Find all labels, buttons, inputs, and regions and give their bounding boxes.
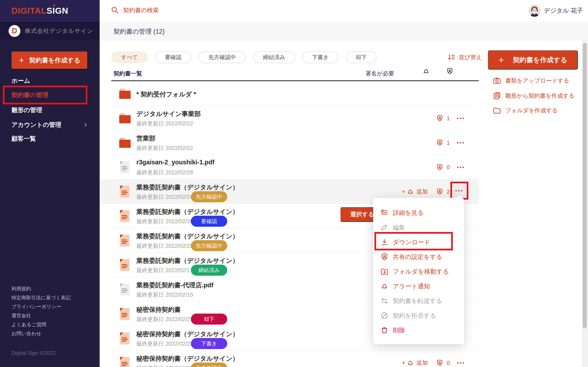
search-icon [111, 6, 120, 15]
context-menu-item-8[interactable]: 削除 [373, 323, 464, 338]
row-title: r3gaisan-2_youshiki-1.pdf [136, 159, 214, 166]
row-menu-button[interactable]: ••• [454, 351, 468, 367]
folder-icon [119, 89, 131, 99]
context-menu-item-7: 契約を拒否する [373, 308, 464, 323]
user-menu[interactable]: デジタル 花子 [528, 4, 583, 17]
filter-pill-0[interactable]: すべて [111, 51, 148, 63]
user-name: デジタル 花子 [544, 7, 583, 15]
bell-plus-icon [406, 188, 415, 196]
row-title: 秘密保持契約書（デジタルサイン） [136, 330, 239, 338]
shield-person-icon [436, 188, 444, 196]
document-icon [120, 284, 130, 295]
rail-link-2[interactable]: フォルダを作成する [493, 106, 558, 115]
copyright: Digital Sign ©2022 [11, 350, 56, 356]
row-last-updated: 最終更新日 2022/02/24 [136, 193, 193, 201]
row-last-updated: 最終更新日 2022/02/22 [136, 242, 193, 250]
list-header-underline [111, 80, 479, 81]
sidebar: DIGITALSIGN D 株式会社デジタルサイン + 契約書を作成する ホーム… [0, 0, 100, 367]
logo-band: DIGITALSIGN [0, 0, 100, 22]
footer-link-0[interactable]: 利用規約 [11, 286, 31, 292]
row-title: 業務委託契約書-代理店.pdf [136, 281, 213, 290]
row-last-updated: 最終更新日 2022/02/17 [136, 267, 193, 274]
sort-button[interactable]: 並び替え [447, 53, 482, 62]
sidebar-item-4[interactable]: 顧客一覧 [11, 134, 88, 143]
row-title: 業務委託契約書（デジタルサイン） [136, 208, 239, 216]
chevron-right-icon [83, 122, 88, 127]
context-menu-item-label: 契約書を転送する [393, 297, 442, 305]
row-last-updated: 最終更新日 2022/02/25 [136, 365, 193, 367]
sidebar-item-2[interactable]: 雛形の管理 [11, 105, 88, 115]
filter-pill-4[interactable]: 下書き [302, 51, 339, 63]
status-badge-review: 要確認 [191, 216, 227, 227]
row-menu-button[interactable]: ••• [454, 155, 468, 179]
context-menu-item-label: 契約を拒否する [393, 312, 436, 320]
plus-icon: + [402, 359, 406, 366]
document-icon [120, 161, 130, 173]
context-menu-item-5[interactable]: アラート通知 [373, 279, 464, 294]
plus-icon: + [402, 188, 406, 195]
context-menu-item-label: 詳細を見る [393, 209, 424, 217]
folder-row[interactable]: デジタルサイン事業部最終更新日 2022/02/221••• [100, 106, 479, 131]
shared-user-count: 1 [447, 140, 450, 146]
footer-link-5[interactable]: お問い合わせ [11, 331, 41, 337]
document-icon [120, 333, 130, 344]
row-last-updated: 最終更新日 2022/02/22 [136, 340, 193, 347]
row-last-updated: 最終更新日 2022/02/22 [136, 120, 193, 127]
document-icon [120, 259, 130, 271]
contract-search[interactable]: 契約書の検索 [111, 6, 159, 15]
scrollbar-thumb[interactable] [583, 43, 587, 328]
add-alert-button[interactable]: +追加 [402, 188, 428, 196]
contract-row[interactable]: r3gaisan-2_youshiki-1.pdf最終更新日 2022/02/2… [100, 155, 479, 179]
context-menu-item-label: 編集 [393, 224, 405, 232]
footer-link-3[interactable]: 運営会社 [11, 313, 31, 319]
page-scrollbar[interactable] [582, 40, 588, 367]
context-menu-item-0[interactable]: 詳細を見る [373, 206, 464, 220]
row-title: 業務委託契約書（デジタルサイン） [136, 183, 239, 192]
footer-link-1[interactable]: 特定商取引法に基づく表記 [11, 295, 71, 301]
company-name: 株式会社デジタルサイン [25, 27, 93, 35]
rail-link-label: 雛形から契約書を作成する [505, 92, 575, 100]
trash-icon [380, 326, 389, 334]
sidebar-item-0[interactable]: ホーム [11, 76, 88, 86]
row-menu-button[interactable]: ••• [454, 106, 468, 131]
shared-user-count: 2 [447, 189, 450, 195]
footer-link-4[interactable]: よくあるご質問 [11, 322, 46, 328]
row-title: デジタルサイン事業部 [136, 110, 201, 118]
create-contract-button-rail[interactable]: + 契約書を作成する [488, 50, 578, 69]
context-menu: 詳細を見る編集ダウンロード共有の設定をするフォルダを移動するアラート通知契約書を… [373, 198, 464, 344]
company-switcher[interactable]: D 株式会社デジタルサイン [0, 22, 100, 40]
sort-icon [447, 53, 456, 62]
page-header: 契約書の管理 (12) [100, 22, 588, 40]
row-menu-button[interactable]: ••• [454, 131, 468, 155]
sidebar-item-label: アカウントの管理 [11, 121, 61, 128]
context-menu-item-4[interactable]: フォルダを移動する [373, 264, 464, 279]
contract-row[interactable]: 秘密保持契約書（デジタルサイン）最終更新日 2022/02/25先方確認中+追加… [100, 351, 479, 367]
rail-link-1[interactable]: 雛形から契約書を作成する [493, 91, 575, 100]
filter-pill-1[interactable]: 要確認 [155, 51, 191, 63]
sidebar-item-label: 顧客一覧 [11, 135, 36, 142]
shared-user-count: 0 [447, 164, 450, 171]
doc-copy-icon [493, 92, 501, 100]
annotation-box-menu-button [450, 182, 468, 200]
app-logo[interactable]: DIGITALSIGN [11, 6, 68, 16]
rail-link-0[interactable]: 書類をアップロードする [493, 76, 569, 85]
avatar [528, 4, 541, 17]
create-contract-button[interactable]: + 契約書を作成する [11, 51, 88, 69]
folder-row[interactable]: * 契約受付フォルダ * [100, 82, 479, 106]
context-menu-item-3[interactable]: 共有の設定をする [373, 250, 464, 264]
row-last-updated: 最終更新日 2022/02/28 [136, 218, 193, 225]
folder-row[interactable]: 営業部最終更新日 2022/02/221••• [100, 131, 479, 155]
shield-person-icon [436, 359, 444, 367]
row-title: * 契約受付フォルダ * [136, 90, 196, 99]
footer-link-2[interactable]: プライバシーポリシー [11, 304, 61, 310]
add-alert-button[interactable]: +追加 [402, 359, 428, 367]
add-label: 追加 [416, 359, 428, 367]
sidebar-item-3[interactable]: アカウントの管理 [11, 120, 88, 130]
row-last-updated: 最終更新日 2022/02/22 [136, 144, 193, 152]
filter-pill-3[interactable]: 締結済み [253, 51, 295, 63]
page-title: 契約書の管理 (12) [113, 27, 164, 36]
details-icon [380, 209, 389, 217]
context-menu-item-label: 共有の設定をする [393, 253, 442, 261]
filter-pill-5[interactable]: 却下 [346, 51, 376, 63]
filter-pill-2[interactable]: 先方確認中 [199, 51, 246, 63]
